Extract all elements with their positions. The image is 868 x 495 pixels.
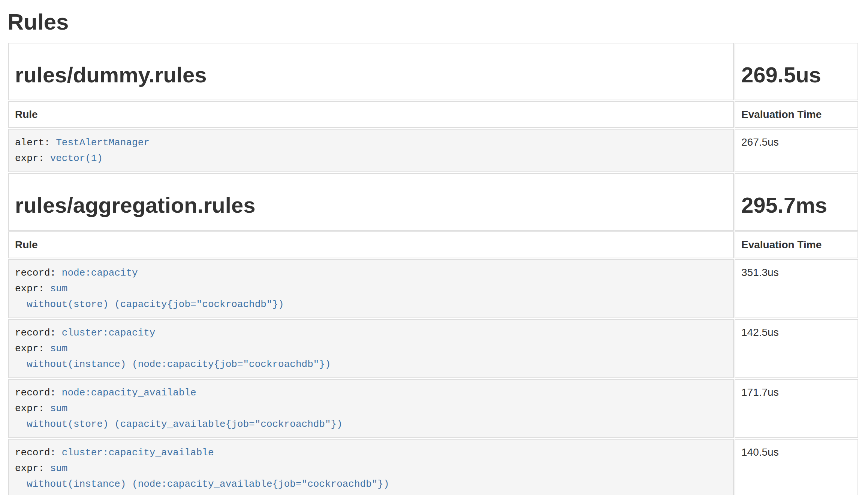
rule-expression-link[interactable]: sum without(instance) (node:capacity_ava… xyxy=(15,463,389,490)
rule-keyword-label: record: xyxy=(15,267,56,279)
page-title: Rules xyxy=(7,10,859,34)
column-header-row: RuleEvaluation Time xyxy=(8,231,858,258)
rule-group-eval-time-cell: 295.7ms xyxy=(735,173,858,231)
rule-group-file-name: rules/dummy.rules xyxy=(15,63,727,87)
rule-expression-link[interactable]: cluster:capacity xyxy=(62,327,156,338)
column-header-rule: Rule xyxy=(8,101,734,128)
rule-cell: record: cluster:capacity expr: sum witho… xyxy=(8,319,734,378)
rule-keyword-label: expr: xyxy=(15,283,44,294)
rule-eval-time: 142.5us xyxy=(735,319,858,378)
rule-group-eval-time: 269.5us xyxy=(741,63,852,87)
rule-keyword-label: record: xyxy=(15,447,56,458)
rule-code: record: cluster:capacity_available expr:… xyxy=(15,445,727,492)
rule-row: record: node:capacity expr: sum without(… xyxy=(8,259,858,318)
rule-expression-link[interactable]: node:capacity_available xyxy=(62,387,196,398)
rule-code: record: cluster:capacity expr: sum witho… xyxy=(15,325,727,372)
column-header-eval-time: Evaluation Time xyxy=(735,101,858,128)
rule-expression-link[interactable]: vector(1) xyxy=(50,153,103,164)
rule-eval-time: 140.5us xyxy=(735,439,858,495)
rule-cell: record: node:capacity_available expr: su… xyxy=(8,379,734,438)
rule-keyword-label: record: xyxy=(15,387,56,398)
rule-expression-link[interactable]: cluster:capacity_available xyxy=(62,447,214,458)
rule-eval-time: 267.5us xyxy=(735,129,858,172)
rule-cell: alert: TestAlertManager expr: vector(1) xyxy=(8,129,734,172)
rule-row: record: cluster:capacity expr: sum witho… xyxy=(8,319,858,378)
rule-keyword-label: expr: xyxy=(15,343,44,354)
rule-expression-link[interactable]: node:capacity xyxy=(62,267,138,279)
rule-group-header-row: rules/dummy.rules269.5us xyxy=(8,43,858,100)
rules-table-body: rules/dummy.rules269.5usRuleEvaluation T… xyxy=(8,43,858,495)
rule-keyword-label: expr: xyxy=(15,463,44,474)
rule-code: alert: TestAlertManager expr: vector(1) xyxy=(15,135,727,166)
rule-group-name-cell: rules/aggregation.rules xyxy=(8,173,734,231)
rules-page: Rules rules/dummy.rules269.5usRuleEvalua… xyxy=(0,0,868,495)
rule-expression-link[interactable]: sum without(store) (capacity{job="cockro… xyxy=(15,283,284,310)
rule-group-eval-time: 295.7ms xyxy=(741,193,852,217)
rule-cell: record: node:capacity expr: sum without(… xyxy=(8,259,734,318)
rule-code: record: node:capacity expr: sum without(… xyxy=(15,265,727,312)
rule-row: record: node:capacity_available expr: su… xyxy=(8,379,858,438)
rule-cell: record: cluster:capacity_available expr:… xyxy=(8,439,734,495)
rule-keyword-label: alert: xyxy=(15,137,50,148)
rule-expression-link[interactable]: TestAlertManager xyxy=(56,137,150,148)
rule-expression-link[interactable]: sum without(instance) (node:capacity{job… xyxy=(15,343,331,370)
rule-group-header-row: rules/aggregation.rules295.7ms xyxy=(8,173,858,231)
rule-expression-link[interactable]: sum without(store) (capacity_available{j… xyxy=(15,403,343,430)
rule-eval-time: 171.7us xyxy=(735,379,858,438)
rule-group-name-cell: rules/dummy.rules xyxy=(8,43,734,100)
rule-keyword-label: record: xyxy=(15,327,56,338)
column-header-row: RuleEvaluation Time xyxy=(8,101,858,128)
rule-group-file-name: rules/aggregation.rules xyxy=(15,193,727,217)
column-header-rule: Rule xyxy=(8,231,734,258)
rule-group-eval-time-cell: 269.5us xyxy=(735,43,858,100)
rule-code: record: node:capacity_available expr: su… xyxy=(15,385,727,432)
rule-eval-time: 351.3us xyxy=(735,259,858,318)
rule-keyword-label: expr: xyxy=(15,153,44,164)
rule-row: record: cluster:capacity_available expr:… xyxy=(8,439,858,495)
rules-table: rules/dummy.rules269.5usRuleEvaluation T… xyxy=(7,42,859,495)
rule-keyword-label: expr: xyxy=(15,403,44,414)
rule-row: alert: TestAlertManager expr: vector(1)2… xyxy=(8,129,858,172)
column-header-eval-time: Evaluation Time xyxy=(735,231,858,258)
